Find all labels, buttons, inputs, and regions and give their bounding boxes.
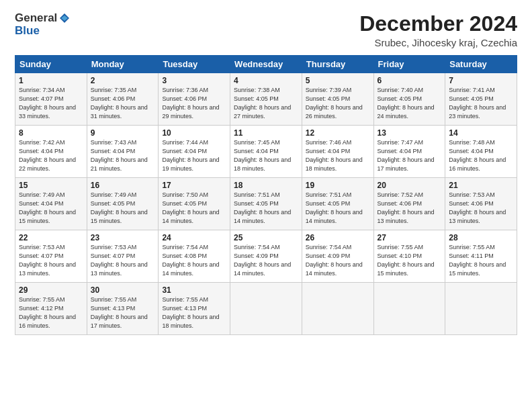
day-info: Sunrise: 7:44 AMSunset: 4:04 PMDaylight:… xyxy=(162,138,226,173)
table-row xyxy=(302,283,373,335)
table-row: 24Sunrise: 7:54 AMSunset: 4:08 PMDayligh… xyxy=(159,230,230,283)
day-number: 2 xyxy=(91,76,155,85)
day-number: 28 xyxy=(449,233,513,242)
title-area: December 2024 Srubec, Jihocesky kraj, Cz… xyxy=(359,12,517,48)
day-info: Sunrise: 7:47 AMSunset: 4:04 PMDaylight:… xyxy=(378,138,442,173)
day-number: 10 xyxy=(162,128,226,138)
day-number: 17 xyxy=(162,181,226,190)
day-number: 1 xyxy=(19,76,83,85)
header-wednesday: Wednesday xyxy=(230,56,302,73)
table-row: 10Sunrise: 7:44 AMSunset: 4:04 PMDayligh… xyxy=(159,126,230,178)
table-row: 2Sunrise: 7:35 AMSunset: 4:06 PMDaylight… xyxy=(87,73,159,126)
day-info: Sunrise: 7:48 AMSunset: 4:04 PMDaylight:… xyxy=(449,138,513,173)
day-number: 8 xyxy=(19,128,83,138)
day-info: Sunrise: 7:46 AMSunset: 4:04 PMDaylight:… xyxy=(306,138,370,173)
table-row: 26Sunrise: 7:54 AMSunset: 4:09 PMDayligh… xyxy=(302,230,373,283)
header-monday: Monday xyxy=(87,56,159,73)
table-row: 20Sunrise: 7:52 AMSunset: 4:06 PMDayligh… xyxy=(373,178,445,230)
day-info: Sunrise: 7:38 AMSunset: 4:05 PMDaylight:… xyxy=(234,86,298,121)
header-tuesday: Tuesday xyxy=(159,56,230,73)
header-saturday: Saturday xyxy=(445,56,517,73)
table-row: 12Sunrise: 7:46 AMSunset: 4:04 PMDayligh… xyxy=(302,126,373,178)
day-number: 19 xyxy=(306,181,370,190)
day-info: Sunrise: 7:55 AMSunset: 4:10 PMDaylight:… xyxy=(378,243,442,278)
calendar-week-row: 8Sunrise: 7:42 AMSunset: 4:04 PMDaylight… xyxy=(15,126,517,178)
day-number: 9 xyxy=(91,128,155,138)
table-row: 8Sunrise: 7:42 AMSunset: 4:04 PMDaylight… xyxy=(15,126,87,178)
table-row: 31Sunrise: 7:55 AMSunset: 4:13 PMDayligh… xyxy=(159,283,230,335)
table-row: 16Sunrise: 7:49 AMSunset: 4:05 PMDayligh… xyxy=(87,178,159,230)
day-info: Sunrise: 7:55 AMSunset: 4:13 PMDaylight:… xyxy=(162,295,226,330)
day-number: 7 xyxy=(449,76,513,85)
day-number: 11 xyxy=(234,128,298,138)
day-info: Sunrise: 7:55 AMSunset: 4:11 PMDaylight:… xyxy=(449,243,513,278)
header-sunday: Sunday xyxy=(15,56,87,73)
calendar-table: Sunday Monday Tuesday Wednesday Thursday… xyxy=(15,55,517,335)
day-info: Sunrise: 7:53 AMSunset: 4:07 PMDaylight:… xyxy=(91,243,155,278)
table-row: 18Sunrise: 7:51 AMSunset: 4:05 PMDayligh… xyxy=(230,178,302,230)
day-info: Sunrise: 7:49 AMSunset: 4:04 PMDaylight:… xyxy=(19,191,83,226)
day-number: 30 xyxy=(91,285,155,295)
day-info: Sunrise: 7:43 AMSunset: 4:04 PMDaylight:… xyxy=(91,138,155,173)
day-number: 14 xyxy=(449,128,513,138)
header: General Blue December 2024 Srubec, Jihoc… xyxy=(15,12,517,48)
day-info: Sunrise: 7:36 AMSunset: 4:06 PMDaylight:… xyxy=(162,86,226,121)
day-info: Sunrise: 7:41 AMSunset: 4:05 PMDaylight:… xyxy=(449,86,513,121)
table-row: 3Sunrise: 7:36 AMSunset: 4:06 PMDaylight… xyxy=(159,73,230,126)
day-number: 22 xyxy=(19,233,83,242)
location-title: Srubec, Jihocesky kraj, Czechia xyxy=(359,37,517,48)
table-row: 29Sunrise: 7:55 AMSunset: 4:12 PMDayligh… xyxy=(15,283,87,335)
table-row: 15Sunrise: 7:49 AMSunset: 4:04 PMDayligh… xyxy=(15,178,87,230)
day-info: Sunrise: 7:49 AMSunset: 4:05 PMDaylight:… xyxy=(91,191,155,226)
table-row: 28Sunrise: 7:55 AMSunset: 4:11 PMDayligh… xyxy=(445,230,517,283)
day-number: 5 xyxy=(306,76,370,85)
day-info: Sunrise: 7:54 AMSunset: 4:09 PMDaylight:… xyxy=(234,243,298,278)
calendar-header-row: Sunday Monday Tuesday Wednesday Thursday… xyxy=(15,56,517,73)
day-info: Sunrise: 7:34 AMSunset: 4:07 PMDaylight:… xyxy=(19,86,83,121)
table-row: 13Sunrise: 7:47 AMSunset: 4:04 PMDayligh… xyxy=(373,126,445,178)
logo-general: General xyxy=(15,12,57,25)
day-info: Sunrise: 7:40 AMSunset: 4:05 PMDaylight:… xyxy=(378,86,442,121)
month-title: December 2024 xyxy=(359,12,517,36)
day-info: Sunrise: 7:52 AMSunset: 4:06 PMDaylight:… xyxy=(378,191,442,226)
day-number: 6 xyxy=(378,76,442,85)
day-number: 18 xyxy=(234,181,298,190)
table-row xyxy=(445,283,517,335)
day-number: 21 xyxy=(449,181,513,190)
header-thursday: Thursday xyxy=(302,56,373,73)
table-row: 22Sunrise: 7:53 AMSunset: 4:07 PMDayligh… xyxy=(15,230,87,283)
day-info: Sunrise: 7:39 AMSunset: 4:05 PMDaylight:… xyxy=(306,86,370,121)
header-friday: Friday xyxy=(373,56,445,73)
table-row: 1Sunrise: 7:34 AMSunset: 4:07 PMDaylight… xyxy=(15,73,87,126)
table-row: 7Sunrise: 7:41 AMSunset: 4:05 PMDaylight… xyxy=(445,73,517,126)
day-number: 24 xyxy=(162,233,226,242)
day-number: 13 xyxy=(378,128,442,138)
table-row: 25Sunrise: 7:54 AMSunset: 4:09 PMDayligh… xyxy=(230,230,302,283)
logo-icon xyxy=(58,12,71,24)
day-info: Sunrise: 7:42 AMSunset: 4:04 PMDaylight:… xyxy=(19,138,83,173)
table-row xyxy=(230,283,302,335)
table-row: 5Sunrise: 7:39 AMSunset: 4:05 PMDaylight… xyxy=(302,73,373,126)
table-row: 27Sunrise: 7:55 AMSunset: 4:10 PMDayligh… xyxy=(373,230,445,283)
day-info: Sunrise: 7:55 AMSunset: 4:12 PMDaylight:… xyxy=(19,295,83,330)
table-row: 21Sunrise: 7:53 AMSunset: 4:06 PMDayligh… xyxy=(445,178,517,230)
day-number: 26 xyxy=(306,233,370,242)
day-info: Sunrise: 7:53 AMSunset: 4:07 PMDaylight:… xyxy=(19,243,83,278)
day-info: Sunrise: 7:51 AMSunset: 4:05 PMDaylight:… xyxy=(234,191,298,226)
day-number: 16 xyxy=(91,181,155,190)
table-row: 9Sunrise: 7:43 AMSunset: 4:04 PMDaylight… xyxy=(87,126,159,178)
day-info: Sunrise: 7:50 AMSunset: 4:05 PMDaylight:… xyxy=(162,191,226,226)
table-row: 11Sunrise: 7:45 AMSunset: 4:04 PMDayligh… xyxy=(230,126,302,178)
page: General Blue December 2024 Srubec, Jihoc… xyxy=(0,0,532,343)
day-number: 12 xyxy=(306,128,370,138)
table-row: 6Sunrise: 7:40 AMSunset: 4:05 PMDaylight… xyxy=(373,73,445,126)
day-number: 27 xyxy=(378,233,442,242)
day-info: Sunrise: 7:45 AMSunset: 4:04 PMDaylight:… xyxy=(234,138,298,173)
day-number: 20 xyxy=(378,181,442,190)
table-row: 23Sunrise: 7:53 AMSunset: 4:07 PMDayligh… xyxy=(87,230,159,283)
day-info: Sunrise: 7:54 AMSunset: 4:09 PMDaylight:… xyxy=(306,243,370,278)
day-number: 25 xyxy=(234,233,298,242)
day-number: 29 xyxy=(19,285,83,295)
day-info: Sunrise: 7:54 AMSunset: 4:08 PMDaylight:… xyxy=(162,243,226,278)
calendar-week-row: 22Sunrise: 7:53 AMSunset: 4:07 PMDayligh… xyxy=(15,230,517,283)
